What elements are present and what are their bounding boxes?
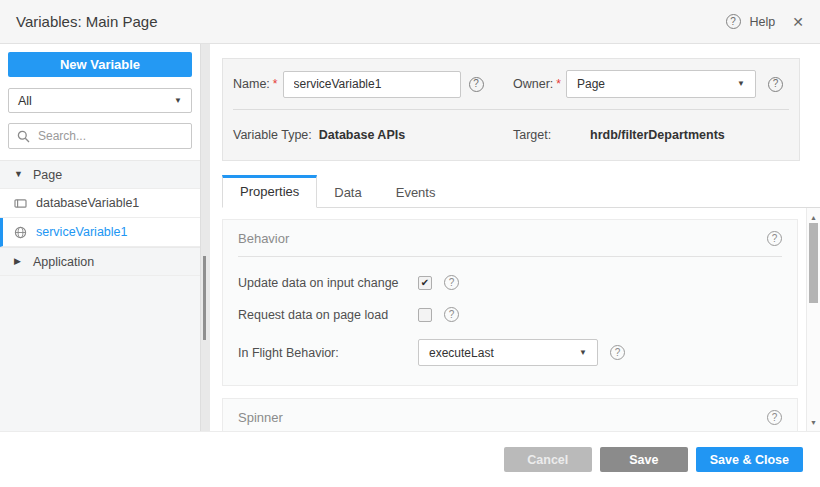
help-icon-glyph: ? — [449, 278, 455, 288]
scroll-up-icon[interactable]: ▲ — [807, 211, 820, 223]
required-marker: * — [273, 77, 278, 91]
pane-scrollbar[interactable]: ▲ ▼ — [806, 208, 820, 431]
search-input[interactable] — [36, 128, 183, 144]
spinner-section-header: Spinner ? — [238, 410, 782, 425]
dialog-body: New Variable All ▼ ▼ Page databaseVariab — [0, 44, 820, 432]
help-icon-glyph: ? — [473, 79, 479, 89]
tree-node-page[interactable]: ▼ Page — [0, 160, 200, 189]
name-label: Name: — [233, 77, 270, 91]
variable-search — [8, 123, 192, 149]
name-owner-row: Name: * ? Owner: * Page ▼ ? — [223, 59, 799, 109]
update-data-row: Update data on input change ✔ ? — [238, 275, 782, 290]
inflight-behavior-help-icon[interactable]: ? — [610, 345, 625, 360]
help-icon-glyph: ? — [772, 413, 778, 423]
inflight-behavior-label: In Flight Behavior: — [238, 346, 418, 360]
help-link[interactable]: Help — [750, 15, 776, 29]
spinner-help-icon[interactable]: ? — [767, 410, 782, 425]
dialog-header: Variables: Main Page ? Help ✕ — [0, 0, 820, 44]
update-data-help-icon[interactable]: ? — [444, 275, 459, 290]
request-data-label: Request data on page load — [238, 308, 418, 322]
sidebar-scrollbar-thumb[interactable] — [203, 256, 206, 340]
sidebar-empty-area — [0, 276, 200, 431]
chevron-down-icon: ▼ — [579, 349, 587, 357]
owner-help-icon[interactable]: ? — [768, 77, 783, 92]
section-divider — [238, 256, 782, 257]
database-variable-icon — [14, 198, 27, 209]
help-icon-glyph: ? — [449, 310, 455, 320]
tree-node-label: Application — [33, 255, 94, 269]
help-icon-glyph: ? — [615, 348, 621, 358]
owner-label: Owner: — [513, 77, 553, 91]
spinner-section: Spinner ? — [222, 398, 798, 431]
spinner-section-title: Spinner — [238, 410, 283, 425]
new-variable-button[interactable]: New Variable — [8, 52, 192, 77]
behavior-section: Behavior ? Update data on input change ✔… — [222, 219, 798, 386]
update-data-checkbox[interactable]: ✔ — [418, 276, 432, 290]
target-label: Target: — [513, 128, 583, 142]
variable-summary-box: Name: * ? Owner: * Page ▼ ? — [222, 58, 800, 161]
tree-node-label: serviceVariable1 — [36, 225, 127, 239]
variable-filter-select[interactable]: All ▼ — [8, 88, 192, 113]
type-target-row: Variable Type: Database APIs Target: hrd… — [223, 110, 799, 160]
tab-events[interactable]: Events — [379, 177, 453, 208]
tree-node-label: Page — [33, 168, 62, 182]
help-icon[interactable]: ? — [726, 14, 741, 29]
behavior-help-icon[interactable]: ? — [767, 231, 782, 246]
owner-field-group: Owner: * Page ▼ ? — [513, 70, 789, 98]
target-value: hrdb/filterDepartments — [590, 128, 725, 142]
save-and-close-button[interactable]: Save & Close — [696, 447, 803, 472]
inflight-behavior-value: executeLast — [429, 346, 494, 360]
required-marker: * — [556, 77, 561, 91]
tree-node-service-variable[interactable]: serviceVariable1 — [0, 218, 200, 247]
tree-node-label: databaseVariable1 — [36, 196, 139, 210]
properties-pane: Behavior ? Update data on input change ✔… — [210, 208, 820, 431]
inflight-behavior-row: In Flight Behavior: executeLast ▼ ? — [238, 339, 782, 366]
owner-select[interactable]: Page ▼ — [566, 70, 756, 98]
tab-properties[interactable]: Properties — [222, 175, 317, 208]
name-help-icon[interactable]: ? — [469, 77, 484, 92]
request-data-help-icon[interactable]: ? — [444, 307, 459, 322]
chevron-down-icon: ▼ — [174, 97, 182, 105]
target-group: Target: hrdb/filterDepartments — [513, 128, 789, 142]
variables-dialog: Variables: Main Page ? Help ✕ New Variab… — [0, 0, 820, 487]
scroll-down-icon[interactable]: ▼ — [807, 416, 820, 428]
caret-right-icon: ▶ — [14, 257, 24, 266]
caret-down-icon: ▼ — [14, 170, 24, 179]
behavior-section-title: Behavior — [238, 231, 289, 246]
search-icon — [17, 130, 30, 143]
variable-type-label: Variable Type: — [233, 128, 312, 142]
page-title: Variables: Main Page — [16, 13, 157, 30]
tree-node-database-variable[interactable]: databaseVariable1 — [0, 189, 200, 218]
service-variable-icon — [14, 226, 27, 239]
request-data-checkbox[interactable]: ✔ — [418, 308, 432, 322]
variable-detail-panel: Name: * ? Owner: * Page ▼ ? — [210, 44, 820, 431]
variables-sidebar: New Variable All ▼ ▼ Page databaseVariab — [0, 44, 200, 431]
variable-filter-value: All — [18, 94, 32, 108]
properties-pane-content: Behavior ? Update data on input change ✔… — [222, 219, 798, 431]
behavior-section-header: Behavior ? — [238, 231, 782, 246]
sidebar-divider — [200, 44, 210, 431]
name-input[interactable] — [283, 71, 461, 98]
tree-node-application[interactable]: ▶ Application — [0, 247, 200, 276]
close-icon[interactable]: ✕ — [792, 14, 804, 30]
cancel-button[interactable]: Cancel — [504, 447, 592, 472]
inflight-behavior-select[interactable]: executeLast ▼ — [418, 339, 598, 366]
owner-select-value: Page — [577, 77, 605, 91]
chevron-down-icon: ▼ — [737, 80, 745, 88]
check-icon: ✔ — [421, 278, 429, 288]
help-icon-glyph: ? — [773, 79, 779, 89]
help-icon-glyph: ? — [772, 234, 778, 244]
name-field-group: Name: * ? — [233, 71, 513, 98]
detail-tabs: Properties Data Events — [222, 175, 820, 208]
request-data-row: Request data on page load ✔ ? — [238, 307, 782, 322]
help-icon-glyph: ? — [730, 17, 736, 27]
header-actions: ? Help ✕ — [726, 14, 804, 30]
scrollbar-thumb[interactable] — [809, 223, 818, 303]
update-data-label: Update data on input change — [238, 276, 418, 290]
tab-data[interactable]: Data — [317, 177, 378, 208]
variable-type-group: Variable Type: Database APIs — [233, 128, 513, 142]
save-button[interactable]: Save — [600, 447, 688, 472]
dialog-footer: Cancel Save Save & Close — [0, 432, 820, 487]
variable-type-value: Database APIs — [319, 128, 405, 142]
